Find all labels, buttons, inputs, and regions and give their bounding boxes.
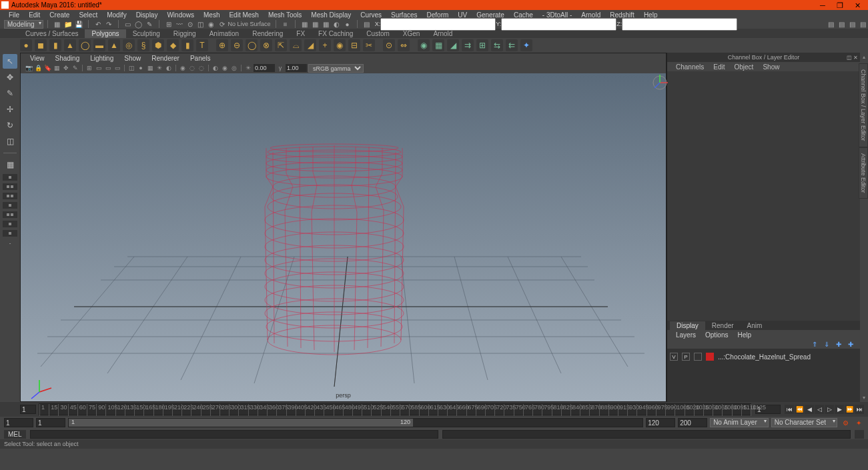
shelf-tab-fxcaching[interactable]: FX Caching bbox=[312, 29, 360, 38]
layer-row[interactable]: V P ...:Chocolate_Hazelnut_Spread bbox=[670, 351, 857, 362]
uv-icon[interactable]: ✦ bbox=[520, 39, 532, 51]
select-tool[interactable]: ↖ bbox=[3, 54, 17, 69]
viewport-3d[interactable]: persp bbox=[21, 73, 666, 401]
layout-custom[interactable] bbox=[3, 230, 17, 237]
select-camera-icon[interactable]: 📷 bbox=[25, 64, 33, 72]
layer-move-up-icon[interactable]: ⇑ bbox=[812, 341, 820, 347]
smooth-icon[interactable]: ◯ bbox=[246, 39, 258, 51]
poly-plane-icon[interactable]: ▬ bbox=[93, 39, 105, 51]
offset-edge-icon[interactable]: ⇇ bbox=[506, 39, 518, 51]
poly-type-icon[interactable]: T bbox=[196, 39, 208, 51]
ipr-render-icon[interactable]: ▦ bbox=[311, 19, 320, 29]
snap-surface-icon[interactable]: ◉ bbox=[207, 19, 216, 29]
menu-create[interactable]: Create bbox=[45, 11, 74, 19]
menu-file[interactable]: File bbox=[4, 11, 24, 19]
cb-menu-show[interactable]: Show bbox=[758, 63, 784, 71]
use-lights-icon[interactable]: ☀ bbox=[155, 64, 163, 72]
anim-start-field[interactable] bbox=[4, 418, 33, 427]
snap-plane-icon[interactable]: ◫ bbox=[196, 19, 205, 29]
render-settings-icon[interactable]: ▦ bbox=[322, 19, 331, 29]
resolution-gate-icon[interactable]: ▭ bbox=[104, 64, 112, 72]
layout-persp-graph[interactable] bbox=[3, 211, 17, 218]
shadows-icon[interactable]: ◐ bbox=[165, 64, 173, 72]
select-mode-icon[interactable]: ▭ bbox=[123, 19, 133, 29]
shelf-tab-fx[interactable]: FX bbox=[290, 29, 312, 38]
poly-cube-icon[interactable]: ◼ bbox=[35, 39, 47, 51]
scale-tool[interactable]: ◫ bbox=[3, 134, 17, 149]
smooth-shade-icon[interactable]: ● bbox=[137, 64, 145, 72]
target-weld-icon[interactable]: ⊙ bbox=[383, 39, 395, 51]
cb-menu-channels[interactable]: Channels bbox=[671, 63, 709, 71]
gate-mask-icon[interactable]: ▭ bbox=[113, 64, 121, 72]
shelf-tab-rendering[interactable]: Rendering bbox=[246, 29, 290, 38]
poly-pipe-icon[interactable]: ◎ bbox=[123, 39, 135, 51]
layer-move-down-icon[interactable]: ⇓ bbox=[824, 341, 832, 347]
close-panel-icon[interactable]: ✕ bbox=[853, 55, 859, 60]
poly-sphere-icon[interactable]: ● bbox=[20, 39, 32, 51]
workspace-mode-select[interactable]: Modeling bbox=[4, 20, 43, 29]
go-to-start-icon[interactable]: ⏮ bbox=[785, 405, 794, 414]
step-forward-icon[interactable]: ▶ bbox=[835, 405, 844, 414]
layer-tab-display[interactable]: Display bbox=[670, 321, 705, 330]
shelf-tab-custom[interactable]: Custom bbox=[360, 29, 396, 38]
grease-pencil-icon[interactable]: ✎ bbox=[71, 64, 79, 72]
y-field[interactable] bbox=[501, 18, 616, 31]
slide-edge-icon[interactable]: ⇆ bbox=[491, 39, 503, 51]
menu-display[interactable]: Display bbox=[131, 11, 163, 19]
color-space-select[interactable]: sRGB gamma bbox=[308, 64, 364, 73]
gamma-icon[interactable]: γ bbox=[276, 64, 284, 72]
menu-edit-mesh[interactable]: Edit Mesh bbox=[224, 11, 263, 19]
time-start-field[interactable] bbox=[20, 405, 36, 414]
x-field[interactable] bbox=[380, 18, 496, 31]
range-start-field[interactable] bbox=[36, 418, 65, 427]
poly-torus-icon[interactable]: ◯ bbox=[79, 39, 91, 51]
layer-new-selected-icon[interactable]: ✚ bbox=[848, 341, 856, 347]
autokey-icon[interactable]: ⚙ bbox=[840, 418, 851, 427]
panel-menu-renderer[interactable]: Renderer bbox=[146, 55, 185, 62]
expose-icon[interactable]: ☀ bbox=[244, 64, 252, 72]
xray-joint-icon[interactable]: ◌ bbox=[197, 64, 205, 72]
paint-select-icon[interactable]: ✎ bbox=[145, 19, 154, 29]
lasso-tool[interactable]: ✥ bbox=[3, 70, 17, 85]
menu-modify[interactable]: Modify bbox=[102, 11, 131, 19]
aa-icon[interactable]: ◎ bbox=[230, 64, 238, 72]
separate-icon[interactable]: ⊖ bbox=[231, 39, 243, 51]
script-editor-icon[interactable] bbox=[855, 430, 864, 439]
isolate-icon[interactable]: ◉ bbox=[179, 64, 187, 72]
layer-playback-checkbox[interactable]: P bbox=[682, 353, 690, 361]
panel-menu-shading[interactable]: Shading bbox=[50, 55, 85, 62]
step-back-icon[interactable]: ◀ bbox=[805, 405, 814, 414]
shelf-tab-rigging[interactable]: Rigging bbox=[167, 29, 203, 38]
move-tool[interactable]: ✢ bbox=[3, 102, 17, 117]
scroll-down-icon[interactable]: ▾ bbox=[863, 395, 865, 401]
layer-type-checkbox[interactable] bbox=[694, 353, 702, 361]
poly-pyramid-icon[interactable]: ▲ bbox=[108, 39, 120, 51]
new-scene-icon[interactable]: ▦ bbox=[53, 19, 62, 29]
bridge-icon[interactable]: ⌓ bbox=[290, 39, 302, 51]
panel-menu-show[interactable]: Show bbox=[119, 55, 146, 62]
poly-cone-icon[interactable]: ▲ bbox=[64, 39, 76, 51]
shelf-tab-curves[interactable]: Curves / Surfaces bbox=[19, 29, 85, 38]
save-scene-icon[interactable]: 💾 bbox=[74, 19, 83, 29]
redo-icon[interactable]: ↷ bbox=[104, 19, 113, 29]
shelf-tab-sculpting[interactable]: Sculpting bbox=[126, 29, 167, 38]
construction-history-icon[interactable]: ≡ bbox=[281, 19, 290, 29]
fill-hole-icon[interactable]: ◉ bbox=[334, 39, 346, 51]
play-forward-icon[interactable]: ▷ bbox=[825, 405, 834, 414]
snap-view-icon[interactable]: ⟳ bbox=[218, 19, 227, 29]
toggle-shelf-icon[interactable]: ▤ bbox=[826, 19, 835, 29]
layout-hyper[interactable] bbox=[3, 221, 17, 227]
append-icon[interactable]: + bbox=[319, 39, 331, 51]
panel-menu-lighting[interactable]: Lighting bbox=[85, 55, 119, 62]
shelf-tab-arnold[interactable]: Arnold bbox=[426, 29, 459, 38]
undo-icon[interactable]: ↶ bbox=[93, 19, 103, 29]
exposure-field[interactable] bbox=[254, 64, 275, 72]
lasso-icon[interactable]: ◯ bbox=[134, 19, 143, 29]
gamma-field[interactable] bbox=[286, 64, 307, 72]
boolean-icon[interactable]: ⊗ bbox=[260, 39, 272, 51]
side-tab-attribute-editor[interactable]: Attribute Editor bbox=[859, 147, 868, 199]
minimize-button[interactable]: ─ bbox=[819, 1, 827, 9]
shelf-tab-polygons[interactable]: Polygons bbox=[85, 29, 125, 38]
layer-new-empty-icon[interactable]: ✚ bbox=[836, 341, 844, 347]
step-back-key-icon[interactable]: ⏪ bbox=[795, 405, 804, 414]
